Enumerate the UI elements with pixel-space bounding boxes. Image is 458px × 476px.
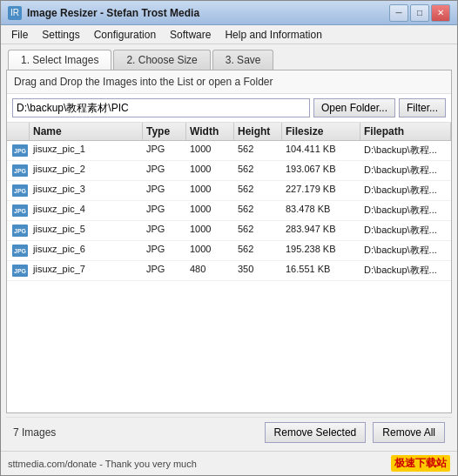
table-row[interactable]: JPG jisuxz_pic_4 JPG 1000 562 83.478 KB … [7, 201, 451, 221]
filter-button[interactable]: Filter... [399, 98, 446, 117]
bottom-area: 7 Images Remove Selected Remove All [1, 413, 457, 451]
file-size: 283.947 KB [282, 221, 360, 240]
maximize-button[interactable]: □ [410, 4, 429, 22]
file-icon-cell: JPG [7, 161, 30, 180]
file-size: 195.238 KB [282, 241, 360, 260]
file-path: D:\backup\教程... [360, 161, 451, 180]
file-type-icon: JPG [12, 164, 28, 177]
file-name: jisuxz_pic_2 [30, 161, 143, 180]
col-header-height: Height [234, 123, 282, 140]
table-row[interactable]: JPG jisuxz_pic_3 JPG 1000 562 227.179 KB… [7, 181, 451, 201]
main-window: IR Image Resizer - Stefan Trost Media ─ … [0, 0, 458, 476]
file-height: 562 [234, 161, 282, 180]
file-name: jisuxz_pic_3 [30, 181, 143, 200]
file-type-icon: JPG [12, 144, 28, 157]
table-row[interactable]: JPG jisuxz_pic_2 JPG 1000 562 193.067 KB… [7, 161, 451, 181]
window-title: Image Resizer - Stefan Trost Media [27, 7, 389, 19]
file-table: Name Type Width Height Filesize Filepath… [7, 123, 451, 412]
instruction-text: Drag and Drop the Images into the List o… [7, 70, 451, 94]
watermark: 极速下载站 [391, 455, 450, 472]
table-row[interactable]: JPG jisuxz_pic_5 JPG 1000 562 283.947 KB… [7, 221, 451, 241]
file-type: JPG [143, 201, 186, 220]
file-name: jisuxz_pic_5 [30, 221, 143, 240]
file-type-icon: JPG [12, 204, 28, 217]
file-type: JPG [143, 241, 186, 260]
menu-configuration[interactable]: Configuration [87, 27, 163, 43]
file-type-icon: JPG [12, 245, 28, 257]
file-height: 562 [234, 201, 282, 220]
app-icon: IR [8, 6, 22, 20]
app-icon-label: IR [10, 8, 19, 17]
file-width: 480 [186, 261, 234, 280]
menu-file[interactable]: File [4, 27, 35, 43]
file-icon-cell: JPG [7, 181, 30, 200]
menu-settings[interactable]: Settings [35, 27, 86, 43]
file-width: 1000 [186, 241, 234, 260]
table-body: JPG jisuxz_pic_1 JPG 1000 562 104.411 KB… [7, 141, 451, 281]
col-header-filepath: Filepath [360, 123, 451, 140]
file-height: 562 [234, 221, 282, 240]
file-width: 1000 [186, 201, 234, 220]
file-icon-cell: JPG [7, 241, 30, 260]
file-size: 83.478 KB [282, 201, 360, 220]
file-height: 562 [234, 241, 282, 260]
file-height: 562 [234, 141, 282, 160]
file-name: jisuxz_pic_7 [30, 261, 143, 280]
folder-bar: Open Folder... Filter... [7, 94, 451, 123]
file-width: 1000 [186, 141, 234, 160]
table-row[interactable]: JPG jisuxz_pic_1 JPG 1000 562 104.411 KB… [7, 141, 451, 161]
file-name: jisuxz_pic_1 [30, 141, 143, 160]
file-path: D:\backup\教程... [360, 141, 451, 160]
menu-help[interactable]: Help and Information [218, 27, 328, 43]
file-path: D:\backup\教程... [360, 181, 451, 200]
file-name: jisuxz_pic_4 [30, 201, 143, 220]
file-path: D:\backup\教程... [360, 261, 451, 280]
folder-path-input[interactable] [12, 98, 310, 117]
file-type: JPG [143, 181, 186, 200]
file-type: JPG [143, 141, 186, 160]
file-size: 227.179 KB [282, 181, 360, 200]
file-width: 1000 [186, 221, 234, 240]
file-width: 1000 [186, 181, 234, 200]
content-area: Drag and Drop the Images into the List o… [6, 70, 452, 413]
file-type: JPG [143, 221, 186, 240]
minimize-button[interactable]: ─ [389, 4, 408, 22]
file-icon-cell: JPG [7, 201, 30, 220]
col-header-icon [7, 123, 30, 140]
tab-select-images[interactable]: 1. Select Images [8, 50, 111, 70]
col-header-width: Width [186, 123, 234, 140]
file-type-icon: JPG [12, 225, 28, 237]
file-height: 350 [234, 261, 282, 280]
file-name: jisuxz_pic_6 [30, 241, 143, 260]
close-button[interactable]: ✕ [431, 4, 450, 22]
file-width: 1000 [186, 161, 234, 180]
table-row[interactable]: JPG jisuxz_pic_7 JPG 480 350 16.551 KB D… [7, 261, 451, 281]
file-type: JPG [143, 161, 186, 180]
col-header-filesize: Filesize [282, 123, 360, 140]
footer-text: sttmedia.com/donate - Thank you very muc… [8, 459, 197, 469]
tab-choose-size[interactable]: 2. Choose Size [113, 50, 210, 70]
table-row[interactable]: JPG jisuxz_pic_6 JPG 1000 562 195.238 KB… [7, 241, 451, 261]
file-icon-cell: JPG [7, 141, 30, 160]
remove-selected-button[interactable]: Remove Selected [265, 422, 367, 443]
file-icon-cell: JPG [7, 261, 30, 280]
file-size: 16.551 KB [282, 261, 360, 280]
file-path: D:\backup\教程... [360, 241, 451, 260]
title-bar: IR Image Resizer - Stefan Trost Media ─ … [1, 1, 457, 25]
remove-all-button[interactable]: Remove All [373, 422, 445, 443]
window-controls: ─ □ ✕ [389, 4, 450, 22]
file-size: 193.067 KB [282, 161, 360, 180]
file-type: JPG [143, 261, 186, 280]
menu-bar: File Settings Configuration Software Hel… [1, 25, 457, 44]
file-type-icon: JPG [12, 265, 28, 277]
open-folder-button[interactable]: Open Folder... [313, 98, 395, 117]
status-bar: 7 Images Remove Selected Remove All [6, 417, 452, 447]
tab-save[interactable]: 3. Save [212, 50, 274, 70]
col-header-name: Name [30, 123, 143, 140]
table-header: Name Type Width Height Filesize Filepath [7, 123, 451, 141]
file-size: 104.411 KB [282, 141, 360, 160]
tab-bar: 1. Select Images 2. Choose Size 3. Save [1, 44, 457, 70]
file-path: D:\backup\教程... [360, 201, 451, 220]
file-height: 562 [234, 181, 282, 200]
menu-software[interactable]: Software [163, 27, 218, 43]
